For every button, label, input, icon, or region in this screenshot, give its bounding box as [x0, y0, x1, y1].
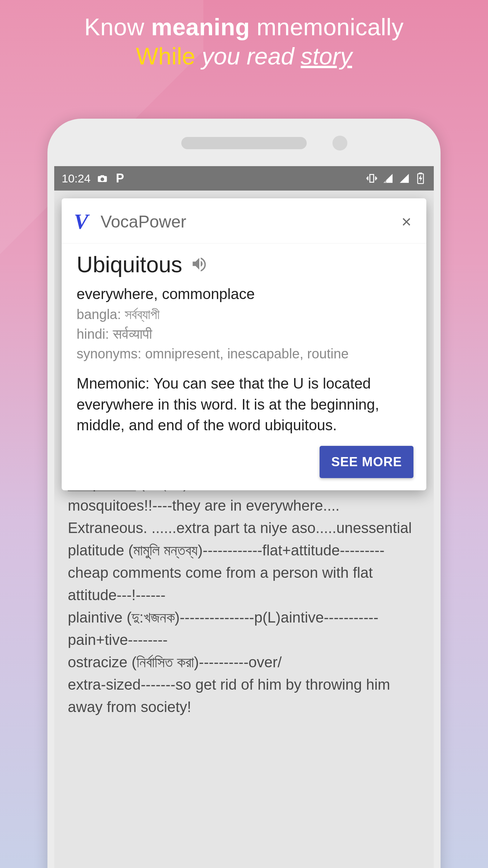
phone-frame: 10:24 P x: [47, 119, 441, 868]
headword: Ubiquitous: [77, 252, 182, 277]
hindi-label: hindi:: [77, 327, 113, 341]
promo-story: story: [301, 43, 352, 70]
promo-text: mnemonically: [250, 14, 404, 40]
bangla-label: bangla:: [77, 307, 125, 322]
hindi-value: सर्वव्यापी: [113, 327, 152, 341]
signal-x-icon: x: [382, 173, 394, 184]
close-icon[interactable]: ×: [399, 209, 414, 234]
synonyms-value: omnipresent, inescapable, routine: [145, 346, 348, 361]
camera-icon: [97, 173, 108, 184]
phone-speaker: [181, 137, 307, 149]
speaker-icon[interactable]: [190, 255, 208, 274]
svg-rect-2: [420, 173, 422, 174]
phone-screen: 10:24 P x: [54, 166, 434, 868]
battery-icon: [415, 173, 426, 184]
hindi-meaning: hindi: सर्वव्यापी: [77, 324, 411, 344]
mnemonic-label: Mnemonic:: [77, 375, 154, 392]
see-more-button[interactable]: SEE MORE: [320, 446, 413, 478]
popup-body: Ubiquitous everywhere, commonplace bangl…: [62, 243, 426, 436]
app-logo: V: [74, 209, 88, 234]
synonyms: synonyms: omnipresent, inescapable, rout…: [77, 344, 411, 363]
promo-text: you read: [195, 43, 301, 70]
bangla-value: সর্বব্যাপী: [125, 307, 160, 322]
synonyms-label: synonyms:: [77, 346, 145, 361]
mnemonic: Mnemonic: You can see that the U is loca…: [77, 373, 411, 436]
popup-actions: SEE MORE: [62, 436, 426, 478]
word-popup: V VocaPower × Ubiquitous everywhere, com…: [62, 198, 426, 490]
word-row: Ubiquitous: [77, 252, 411, 277]
popup-header: V VocaPower ×: [62, 198, 426, 243]
popup-title: VocaPower: [101, 212, 186, 232]
story-body: (সর্বব্যাপী)-------------------sound lik…: [68, 475, 412, 715]
phone-notch: [181, 137, 307, 149]
bangla-meaning: bangla: সর্বব্যাপী: [77, 304, 411, 324]
signal-icon: [399, 173, 410, 184]
p-icon: P: [114, 173, 126, 184]
phone-camera: [332, 136, 347, 151]
definition: everywhere, commonplace: [77, 285, 411, 302]
vibrate-icon: [366, 173, 378, 184]
status-time: 10:24: [62, 172, 90, 185]
status-bar: 10:24 P x: [54, 166, 434, 191]
svg-text:x: x: [384, 179, 387, 184]
